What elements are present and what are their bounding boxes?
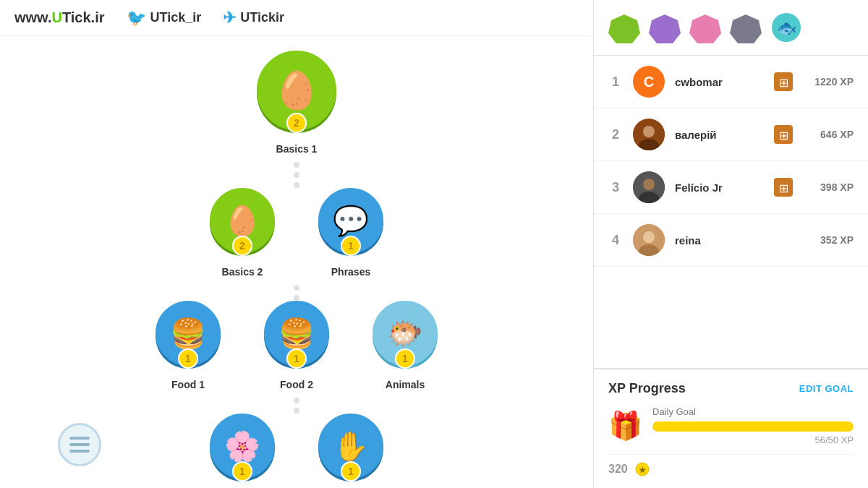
lesson-row-1: 🥚 2 Basics 1 xyxy=(257,51,336,155)
svg-text:★: ★ xyxy=(639,466,647,474)
node-food1[interactable]: 🍔 1 Food 1 xyxy=(156,301,221,390)
svg-point-12 xyxy=(643,126,655,137)
telegram-handle: UTickir xyxy=(240,10,284,25)
lb-avatar-4 xyxy=(633,224,665,256)
node-circle-food1[interactable]: 🍔 1 xyxy=(156,301,221,366)
crown-plurals: 1 xyxy=(232,461,252,481)
lesson-row-2: 🥚 2 Basics 2 💬 1 Phrases xyxy=(210,188,383,278)
telegram-icon: ✈ xyxy=(223,9,236,27)
svg-point-17 xyxy=(643,179,655,190)
node-phrases[interactable]: 💬 1 Phrases xyxy=(318,188,383,278)
svg-text:⊞: ⊞ xyxy=(779,129,788,142)
label-food2: Food 2 xyxy=(280,379,313,390)
daily-goal-label: Daily Goal xyxy=(652,406,854,417)
node-circle-basics1[interactable]: 🥚 2 xyxy=(257,51,336,130)
lb-row-1: 1 C cwbomar ⊞ 1220 XP xyxy=(594,56,868,108)
lb-xp-1: 1220 XP xyxy=(803,76,854,87)
xp-content: 🎁 Daily Goal 56/50 XP xyxy=(608,406,854,445)
menu-icon xyxy=(69,437,90,453)
avatar-felicio-svg xyxy=(633,171,665,203)
node-plurals[interactable]: 🌸 1 Plurals xyxy=(210,414,275,488)
xp-bar-area: Daily Goal 56/50 XP xyxy=(652,406,854,445)
lb-rank-4: 4 xyxy=(608,233,623,248)
twitter-handle: UTick_ir xyxy=(150,10,202,25)
crown-basics2: 2 xyxy=(232,236,252,256)
svg-marker-4 xyxy=(649,14,681,43)
lesson-row-4: 🌸 1 Plurals ✋ 1 Adject. xyxy=(210,414,383,488)
xp-score-num: 320 xyxy=(608,463,628,476)
crown-food1: 1 xyxy=(178,348,198,369)
lb-badge-1: ⊞ xyxy=(774,72,793,91)
crown-phrases: 1 xyxy=(341,236,361,256)
lb-avatar-1: C xyxy=(633,66,665,98)
node-circle-food2[interactable]: 🍔 1 xyxy=(264,301,329,366)
xp-title: XP Progress xyxy=(608,381,686,396)
node-basics2[interactable]: 🥚 2 Basics 2 xyxy=(210,188,275,278)
lb-rank-2: 2 xyxy=(608,127,623,142)
label-basics1: Basics 1 xyxy=(276,143,318,155)
website-logo: www.UTick.ir xyxy=(14,9,105,26)
crown-adjectives: 1 xyxy=(341,461,361,481)
node-circle-plurals[interactable]: 🌸 1 xyxy=(210,414,275,479)
node-circle-adjectives[interactable]: ✋ 1 xyxy=(318,414,383,479)
xp-header: XP Progress EDIT GOAL xyxy=(608,381,854,396)
gem-green xyxy=(608,12,640,43)
crown-basics1: 2 xyxy=(286,113,307,133)
connector-3 xyxy=(294,398,299,414)
crown-food2: 1 xyxy=(286,348,307,369)
twitter-social: 🐦 UTick_ir xyxy=(127,9,202,27)
label-basics2: Basics 2 xyxy=(222,266,263,278)
lb-row-3: 3 Felício Jr ⊞ 398 XP xyxy=(594,161,868,214)
avatar-reina-svg xyxy=(633,224,665,256)
avatar-initial-1: C xyxy=(644,74,654,90)
svg-text:🐟: 🐟 xyxy=(777,18,797,38)
lb-xp-4: 352 XP xyxy=(803,234,854,246)
node-basics1[interactable]: 🥚 2 Basics 1 xyxy=(257,51,336,155)
lb-badge-3: ⊞ xyxy=(774,178,793,197)
course-map: 🥚 2 Basics 1 🥚 2 Basics 2 xyxy=(0,36,593,488)
node-circle-phrases[interactable]: 💬 1 xyxy=(318,188,383,253)
lb-avatar-3 xyxy=(633,171,665,203)
gems-row: 🐟 xyxy=(594,0,868,56)
lb-rank-1: 1 xyxy=(608,74,623,90)
xp-bar-inner xyxy=(652,421,854,432)
leaderboard: 1 C cwbomar ⊞ 1220 XP 2 валерій xyxy=(594,56,868,369)
xp-count: 56/50 XP xyxy=(652,435,854,445)
lb-row-4: 4 reina 352 XP xyxy=(594,214,868,267)
edit-goal-button[interactable]: EDIT GOAL xyxy=(799,383,854,394)
lb-name-4: reina xyxy=(675,234,793,247)
crown-animals: 1 xyxy=(395,348,415,369)
svg-text:⊞: ⊞ xyxy=(779,182,788,194)
lesson-row-3: 🍔 1 Food 1 🍔 1 Food 2 🐡 1 Animals xyxy=(156,301,438,390)
node-circle-basics2[interactable]: 🥚 2 xyxy=(210,188,275,253)
node-animals[interactable]: 🐡 1 Animals xyxy=(373,301,438,390)
lb-rank-3: 3 xyxy=(608,180,623,195)
xp-bar-outer xyxy=(652,421,854,432)
lb-name-2: валерій xyxy=(675,129,764,141)
connector-2 xyxy=(294,285,299,301)
gem-purple xyxy=(649,12,681,43)
svg-marker-5 xyxy=(689,14,721,43)
twitter-icon: 🐦 xyxy=(127,9,146,27)
lb-badge-2: ⊞ xyxy=(774,125,793,144)
svg-marker-3 xyxy=(608,14,640,43)
xp-score-icon: ★ xyxy=(635,462,650,476)
node-food2[interactable]: 🍔 1 Food 2 xyxy=(264,301,329,390)
gem-gray xyxy=(730,12,762,43)
node-circle-animals[interactable]: 🐡 1 xyxy=(373,301,438,366)
lb-xp-3: 398 XP xyxy=(803,181,854,193)
chest-icon: 🎁 xyxy=(608,410,642,442)
node-adjectives[interactable]: ✋ 1 Adject. xyxy=(318,414,383,488)
gem-pink xyxy=(689,12,721,43)
lb-avatar-2 xyxy=(633,119,665,150)
xp-progress-section: XP Progress EDIT GOAL 🎁 Daily Goal 56/50… xyxy=(594,369,868,488)
label-animals: Animals xyxy=(386,379,425,390)
left-panel: www.UTick.ir 🐦 UTick_ir ✈ UTickir 🥚 2 Ba… xyxy=(0,0,593,488)
menu-button[interactable] xyxy=(58,423,101,466)
gem-teal: 🐟 xyxy=(770,12,802,43)
label-phrases: Phrases xyxy=(331,266,370,278)
svg-marker-6 xyxy=(730,14,762,43)
svg-text:⊞: ⊞ xyxy=(779,77,788,89)
telegram-social: ✈ UTickir xyxy=(223,9,284,27)
right-panel: 🐟 1 C cwbomar ⊞ 1220 XP 2 xyxy=(593,0,868,488)
